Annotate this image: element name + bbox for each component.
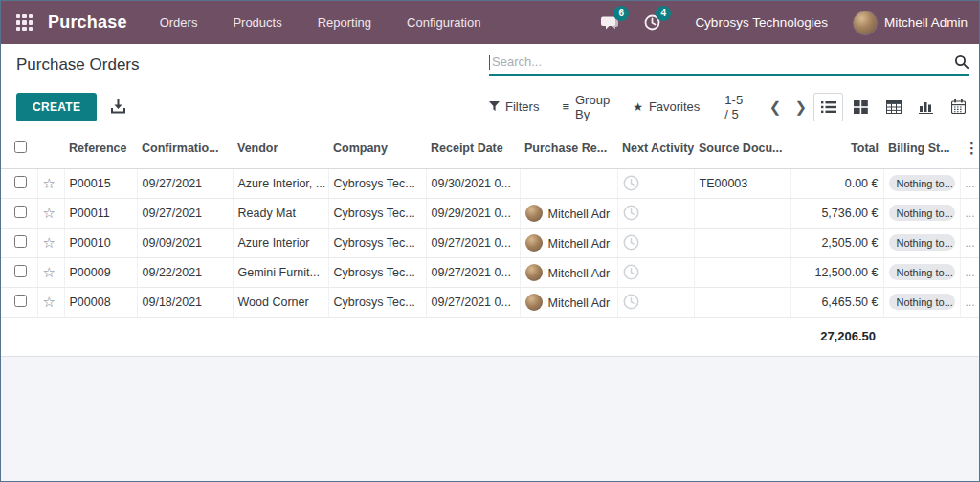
rep-avatar [525,294,543,311]
pager-previous-icon[interactable]: ❮ [763,99,789,116]
kanban-view-icon[interactable] [846,93,876,121]
graph-view-icon[interactable] [911,93,941,121]
star-icon[interactable]: ☆ [43,264,56,280]
export-icon[interactable] [111,99,125,114]
billing-status-badge: Nothing to... [889,205,955,221]
billing-status-badge: Nothing to... [889,294,955,310]
activities-icon[interactable]: 4 [639,11,664,34]
table-row[interactable]: ☆ P00010 09/09/2021 Azure Interior Cybro… [1,228,980,257]
header-billing-status[interactable]: Billing St... [883,128,960,168]
search-icon[interactable] [954,55,969,70]
activity-clock-icon[interactable] [623,264,639,280]
user-avatar [853,11,878,35]
billing-status-badge: Nothing to... [889,264,955,280]
search-options: Filters ≡ Group By ★ Favorites 1-5 / 5 ❮… [489,93,979,121]
header-vendor[interactable]: Vendor [233,128,328,168]
table-row[interactable]: ☆ P00015 09/27/2021 Azure Interior, ... … [1,168,980,198]
group-by-icon: ≡ [562,99,569,114]
favorites-button[interactable]: ★ Favorites [633,99,700,114]
header-company[interactable]: Company [328,128,426,168]
total-sum-row: 27,206.50 [1,318,979,356]
group-by-button[interactable]: ≡ Group By [562,93,610,121]
activity-clock-icon[interactable] [623,294,639,310]
user-menu[interactable]: Mitchell Admin [853,11,968,35]
create-button[interactable]: CREATE [16,93,97,121]
header-source-document[interactable]: Source Docu... [694,128,790,168]
star-icon[interactable]: ☆ [43,175,56,191]
search-input[interactable] [492,55,954,69]
rep-avatar [525,205,543,222]
total-sum-value: 27,206.50 [820,329,876,343]
select-all-checkbox[interactable] [14,141,27,153]
star-icon[interactable]: ☆ [43,294,56,310]
row-checkbox[interactable] [14,295,27,307]
systray: 6 4 Cybrosys Technologies Mitchell Admin [597,11,979,35]
empty-footer-area [1,356,979,482]
pivot-view-icon[interactable] [879,93,908,121]
messages-badge: 6 [613,6,629,21]
row-checkbox[interactable] [14,206,27,218]
pager-range: 1-5 / 5 [724,93,748,121]
control-panel-top: Purchase Orders [1,44,979,85]
search-bar [489,55,969,76]
header-purchase-rep[interactable]: Purchase Re... [520,128,617,168]
header-next-activity[interactable]: Next Activity [617,128,694,168]
company-switcher[interactable]: Cybrosys Technologies [695,15,828,30]
star-icon[interactable]: ☆ [43,205,56,221]
view-switcher [813,93,979,121]
top-navbar: Purchase Orders Products Reporting Confi… [1,1,979,44]
header-total[interactable]: Total [790,128,883,168]
menu-products[interactable]: Products [231,11,283,33]
table-row[interactable]: ☆ P00009 09/22/2021 Gemini Furnit... Cyb… [1,257,980,287]
calendar-view-icon[interactable] [944,93,973,121]
table-row[interactable]: ☆ P00008 09/18/2021 Wood Corner Cybrosys… [1,287,980,317]
purchase-orders-table: Reference Confirmatio... Vendor Company … [1,128,980,318]
main-menu: Orders Products Reporting Configuration [158,11,483,33]
list-view-icon[interactable] [813,93,843,121]
menu-reporting[interactable]: Reporting [316,11,373,33]
activities-badge: 4 [656,6,671,21]
header-reference[interactable]: Reference [64,128,137,168]
billing-status-badge: Nothing to... [889,175,955,191]
apps-menu-icon[interactable] [16,14,33,31]
optional-columns-icon[interactable]: ⋮ [965,140,979,156]
menu-configuration[interactable]: Configuration [405,11,482,33]
header-receipt-date[interactable]: Receipt Date [426,128,520,168]
pager-next-icon[interactable]: ❯ [788,99,813,116]
row-checkbox[interactable] [14,176,27,188]
text-caret [489,55,490,70]
table-header-row: Reference Confirmatio... Vendor Company … [1,128,980,168]
billing-status-badge: Nothing to... [889,234,955,251]
activity-clock-icon[interactable] [623,205,639,221]
table-row[interactable]: ☆ P00011 09/27/2021 Ready Mat Cybrosys T… [1,198,980,228]
app-name[interactable]: Purchase [48,12,127,33]
header-confirmation-date[interactable]: Confirmatio... [137,128,233,168]
row-checkbox[interactable] [14,265,27,277]
filters-button[interactable]: Filters [489,99,539,114]
messages-icon[interactable]: 6 [597,11,622,34]
rep-avatar [525,234,543,252]
rep-avatar [525,264,543,281]
menu-orders[interactable]: Orders [158,11,200,33]
control-panel-bottom: CREATE Filters ≡ Group By ★ Favorites 1-… [1,85,979,128]
activity-clock-icon[interactable] [623,175,639,191]
row-checkbox[interactable] [14,235,27,248]
page-title: Purchase Orders [16,55,489,75]
favorites-star-icon: ★ [633,100,643,114]
user-name: Mitchell Admin [884,15,968,30]
star-icon[interactable]: ☆ [43,234,56,251]
filter-funnel-icon [489,101,500,112]
activity-clock-icon[interactable] [623,234,639,251]
app-window: Purchase Orders Products Reporting Confi… [0,0,980,482]
